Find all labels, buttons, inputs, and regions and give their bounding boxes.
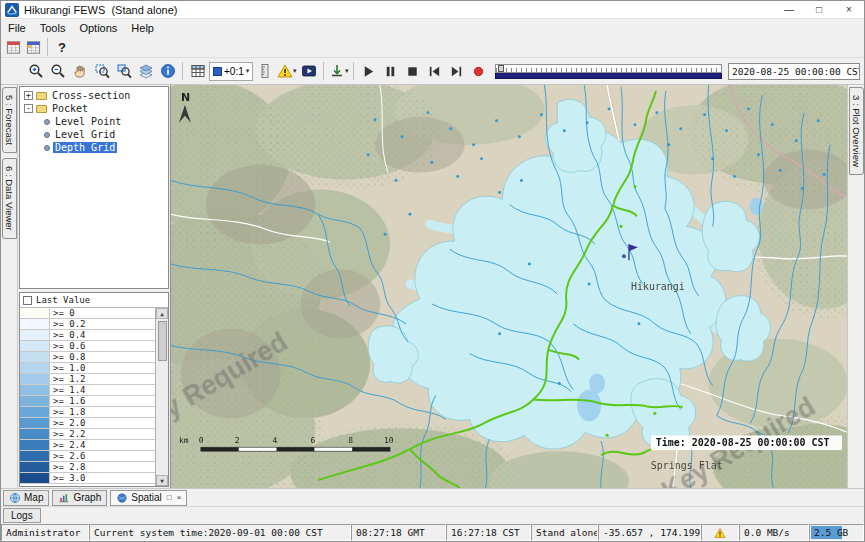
map-canvas[interactable]: API Key Required API Key Required Hikura… [170, 85, 847, 488]
tab-spatial[interactable]: Spatial □ × [110, 490, 187, 506]
legend-swatch [20, 374, 50, 384]
scale-unit: km [179, 436, 189, 445]
scroll-thumb[interactable] [158, 321, 167, 361]
zoom-in-button[interactable] [25, 61, 46, 82]
legend-label: >= 1.0 [50, 363, 155, 373]
close-button[interactable]: × [834, 1, 864, 18]
tab-close-icon[interactable]: × [177, 493, 182, 502]
legend-swatch [20, 363, 50, 373]
legend-swatch [20, 451, 50, 461]
menu-help[interactable]: Help [124, 21, 161, 35]
legend-label: >= 0.2 [50, 319, 155, 329]
legend-swatch [20, 319, 50, 329]
warnings-dropdown-button[interactable]: ▾ [276, 61, 297, 82]
sidebar-tab-data-viewer[interactable]: 6 : Data Viewer [2, 158, 17, 239]
legend-row: >= 0.2 [20, 319, 155, 330]
north-label: N [181, 91, 190, 104]
legend-scrollbar[interactable]: ▲ ▼ [155, 308, 168, 486]
menu-bar: File Tools Options Help [1, 19, 864, 37]
tree-item-label: Level Point [53, 116, 123, 127]
menu-tools[interactable]: Tools [33, 21, 73, 35]
skip-end-icon [449, 64, 464, 79]
help-button[interactable]: ? [53, 38, 71, 56]
export-animation-button[interactable]: ▾ [328, 61, 349, 82]
legend-swatch [20, 385, 50, 395]
layer-bullet-icon [44, 145, 50, 151]
legend-row: >= 2.2 [20, 429, 155, 440]
folder-icon [36, 105, 47, 113]
tree-item-level-point[interactable]: Level Point [20, 115, 168, 128]
interval-spinner[interactable]: +0:1 ▾ [209, 62, 253, 81]
info-button[interactable] [157, 61, 178, 82]
record-icon [471, 64, 486, 79]
zoom-rectangle-button[interactable] [91, 61, 112, 82]
zoom-out-button[interactable] [47, 61, 68, 82]
legend-panel: Last Value >= 0 >= 0.2 >= 0.4 >= 0.6 >= … [19, 292, 169, 487]
layer-bullet-icon [44, 132, 50, 138]
tree-item-level-grid[interactable]: Level Grid [20, 128, 168, 141]
right-tab-strip: 3 : Plot Overview [847, 85, 864, 488]
legend-label: >= 1.6 [50, 396, 155, 406]
maximize-button[interactable]: □ [804, 1, 834, 18]
main-area: 5 : Forecast 6 : Data Viewer + Cross-sec… [1, 85, 864, 488]
logs-button[interactable]: Logs [3, 508, 41, 523]
tab-float-icon[interactable]: □ [167, 493, 172, 502]
legend-row: >= 1.8 [20, 407, 155, 418]
legend-label: >= 1.8 [50, 407, 155, 417]
grid-display-button[interactable] [187, 61, 208, 82]
scroll-up-icon[interactable]: ▲ [156, 308, 168, 319]
last-value-checkbox[interactable] [23, 296, 32, 305]
layers-tree: + Cross-section - Pocket Level Point Lev… [19, 86, 169, 289]
data-import-button[interactable] [24, 38, 42, 56]
profile-scale-button[interactable] [254, 61, 275, 82]
legend-swatch [20, 429, 50, 439]
menu-options[interactable]: Options [72, 21, 124, 35]
scroll-track[interactable] [156, 319, 168, 475]
sidebar-tab-plot-overview[interactable]: 3 : Plot Overview [849, 87, 864, 175]
expand-icon[interactable]: + [24, 91, 33, 100]
stop-button[interactable] [402, 61, 423, 82]
record-button[interactable] [468, 61, 489, 82]
database-table-blue-icon [26, 40, 41, 55]
zoom-extent-button[interactable] [113, 61, 134, 82]
pause-button[interactable] [380, 61, 401, 82]
layers-icon [138, 63, 154, 79]
datetime-field[interactable]: 2020-08-25 00:00:00 CST [728, 63, 860, 80]
tree-item-depth-grid[interactable]: Depth Grid [20, 141, 168, 154]
tab-graph[interactable]: Graph [52, 490, 107, 506]
tree-item-pocket[interactable]: - Pocket [20, 102, 168, 115]
status-warning[interactable] [701, 524, 739, 541]
left-tab-strip: 5 : Forecast 6 : Data Viewer [1, 85, 18, 488]
legend-table: >= 0 >= 0.2 >= 0.4 >= 0.6 >= 0.8 >= 1.0 … [20, 308, 155, 486]
display-animation-button[interactable] [298, 61, 319, 82]
menu-file[interactable]: File [1, 21, 33, 35]
collapse-icon[interactable]: - [24, 104, 33, 113]
legend-row: >= 1.4 [20, 385, 155, 396]
legend-row: >= 2.8 [20, 462, 155, 473]
scroll-down-icon[interactable]: ▼ [156, 475, 168, 486]
timeline-ruler[interactable] [495, 64, 722, 73]
data-viewer-panel: + Cross-section - Pocket Level Point Lev… [18, 85, 170, 488]
memory-text: 2.5 GB [814, 527, 848, 538]
skip-to-start-button[interactable] [424, 61, 445, 82]
pan-hand-icon [72, 63, 88, 79]
minimize-button[interactable]: — [774, 1, 804, 18]
database-explorer-button[interactable] [4, 38, 22, 56]
tree-item-cross-section[interactable]: + Cross-section [20, 89, 168, 102]
timeline-slider[interactable] [495, 64, 722, 79]
legend-body: >= 0 >= 0.2 >= 0.4 >= 0.6 >= 0.8 >= 1.0 … [20, 308, 168, 486]
tab-map[interactable]: Map [3, 490, 49, 506]
status-mode: Stand alone [531, 524, 598, 541]
scale-tick: 2 [235, 436, 240, 445]
status-user: Administrator [1, 524, 89, 541]
skip-to-end-button[interactable] [446, 61, 467, 82]
map-town-label: Hikurangi [631, 281, 685, 292]
layers-button[interactable] [135, 61, 156, 82]
sidebar-tab-forecast[interactable]: 5 : Forecast [2, 87, 17, 153]
pan-button[interactable] [69, 61, 90, 82]
play-button[interactable] [358, 61, 379, 82]
legend-label: >= 0.8 [50, 352, 155, 362]
timeline-handle[interactable] [498, 65, 504, 72]
info-icon [160, 63, 176, 79]
toolbar-separator [47, 38, 48, 56]
